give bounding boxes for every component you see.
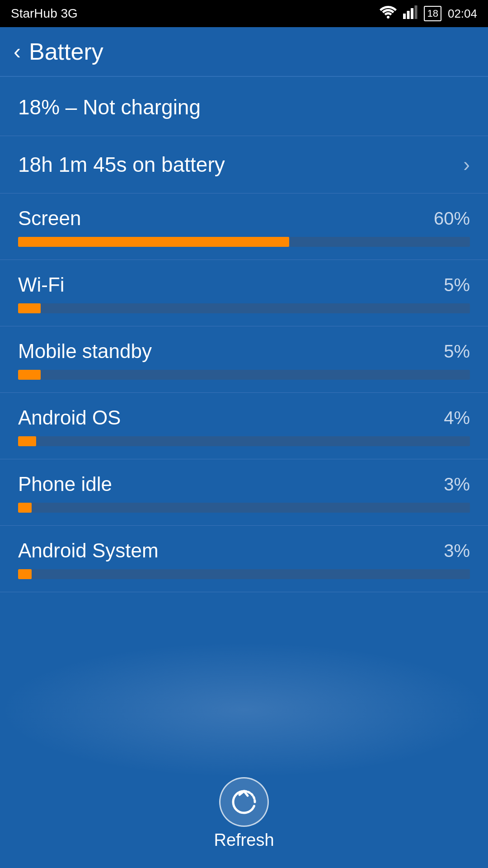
- usage-name: Screen: [18, 207, 81, 230]
- wifi-icon: [380, 5, 397, 22]
- progress-fill: [18, 503, 32, 513]
- progress-fill: [18, 303, 41, 313]
- usage-list: Screen 60% Wi-Fi 5% Mobile standby 5%: [0, 193, 488, 592]
- progress-track: [18, 569, 470, 579]
- progress-track: [18, 436, 470, 446]
- battery-time-row[interactable]: 18h 1m 45s on battery ›: [0, 136, 488, 193]
- progress-track: [18, 303, 470, 313]
- chevron-right-icon: ›: [463, 153, 470, 176]
- progress-fill: [18, 237, 289, 247]
- battery-time-text: 18h 1m 45s on battery: [18, 152, 225, 177]
- refresh-button[interactable]: Refresh: [214, 777, 274, 850]
- usage-name: Android System: [18, 539, 159, 562]
- page-title: Battery: [29, 38, 103, 65]
- svg-rect-2: [407, 11, 410, 19]
- battery-status-section: 18% – Not charging: [0, 77, 488, 136]
- usage-percent: 5%: [444, 275, 470, 295]
- progress-track: [18, 503, 470, 513]
- usage-percent: 4%: [444, 408, 470, 428]
- usage-name: Phone idle: [18, 473, 112, 495]
- usage-item: Android System 3%: [0, 526, 488, 592]
- refresh-circle: [219, 777, 269, 827]
- svg-rect-3: [411, 8, 413, 19]
- content-area: 18% – Not charging 18h 1m 45s on battery…: [0, 77, 488, 868]
- back-button[interactable]: ‹ Battery: [14, 38, 103, 65]
- carrier-text: StarHub 3G: [11, 6, 78, 21]
- usage-item: Screen 60%: [0, 193, 488, 260]
- battery-percent-text: 18% – Not charging: [18, 95, 201, 119]
- usage-name: Mobile standby: [18, 340, 152, 363]
- blur-overlay: [0, 642, 488, 778]
- usage-percent: 3%: [444, 474, 470, 495]
- svg-point-0: [387, 16, 389, 19]
- svg-rect-1: [403, 14, 406, 19]
- usage-name: Wi-Fi: [18, 274, 65, 296]
- title-bar: ‹ Battery: [0, 27, 488, 77]
- status-icons: 18 02:04: [380, 5, 477, 22]
- usage-item: Mobile standby 5%: [0, 326, 488, 393]
- progress-fill: [18, 370, 41, 380]
- usage-percent: 5%: [444, 341, 470, 362]
- refresh-section: Refresh: [0, 768, 488, 868]
- progress-track: [18, 237, 470, 247]
- usage-item: Android OS 4%: [0, 393, 488, 459]
- progress-track: [18, 370, 470, 380]
- time-display: 02:04: [448, 7, 477, 21]
- usage-percent: 60%: [434, 208, 470, 229]
- status-bar: StarHub 3G 18 02:04: [0, 0, 488, 27]
- refresh-label: Refresh: [214, 830, 274, 850]
- progress-fill: [18, 569, 32, 579]
- signal-icon: [403, 5, 418, 22]
- usage-item: Phone idle 3%: [0, 459, 488, 526]
- usage-item: Wi-Fi 5%: [0, 260, 488, 326]
- refresh-icon: [229, 787, 259, 817]
- usage-name: Android OS: [18, 406, 121, 429]
- progress-fill: [18, 436, 36, 446]
- battery-status-icon: 18: [424, 6, 441, 21]
- svg-rect-4: [415, 5, 418, 19]
- back-arrow-icon: ‹: [14, 41, 21, 62]
- usage-percent: 3%: [444, 541, 470, 561]
